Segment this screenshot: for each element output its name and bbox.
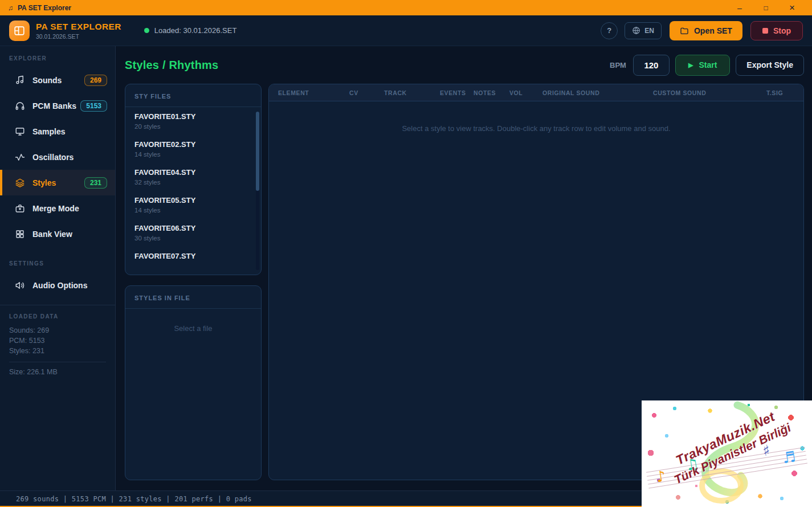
sounds-count-badge: 269 [84, 75, 107, 86]
column-header-cv: CV [349, 89, 384, 96]
column-header-events: EVENTS [440, 89, 474, 96]
stat-sounds: Sounds: 269 [9, 325, 106, 336]
sidebar-item-bank-view[interactable]: Bank View [0, 221, 115, 247]
app-title: PA SET EXPLORER [36, 22, 121, 32]
bpm-label: BPM [610, 61, 626, 69]
list-item[interactable]: FAVORITE05.STY 14 styles [125, 191, 261, 219]
page-title: Styles / Rhythms [125, 59, 218, 72]
file-name: FAVORITE02.STY [134, 140, 247, 149]
sidebar-item-pcm-banks[interactable]: PCM Banks 5153 [0, 93, 115, 118]
titlebar: ♫ PA SET Explorer – □ × [0, 0, 812, 15]
music-note-icon [15, 75, 25, 85]
open-set-button[interactable]: Open SET [670, 21, 742, 40]
sidebar: EXPLORER Sounds 269 PCM Banks 5153 Sampl… [0, 46, 116, 490]
stop-label: Stop [773, 26, 791, 35]
waveform-icon [15, 152, 25, 162]
list-item[interactable]: FAVORITE02.STY 14 styles [125, 135, 261, 163]
window-title: PA SET Explorer [18, 4, 727, 12]
app-logo [9, 21, 30, 41]
stat-styles: Styles: 231 [9, 346, 106, 356]
loaded-status: Loaded: 30.01.2026.SET [144, 26, 237, 35]
sidebar-item-label: PCM Banks [32, 101, 80, 111]
select-file-placeholder: Select a file [125, 309, 261, 333]
sidebar-item-styles[interactable]: Styles 231 [0, 170, 115, 195]
sidebar-item-label: Merge Mode [32, 204, 107, 213]
file-name: FAVORITE04.STY [134, 168, 247, 177]
layout-panel-icon [13, 24, 26, 37]
list-item[interactable]: FAVORITE07.STY [125, 247, 261, 268]
stat-pcm: PCM: 5153 [9, 336, 106, 346]
sidebar-item-merge-mode[interactable]: Merge Mode [0, 195, 115, 221]
loaded-data-label: LOADED DATA [9, 313, 106, 325]
column-header-element: ELEMENT [278, 89, 349, 96]
start-label: Start [699, 60, 717, 69]
list-item[interactable]: FAVORITE06.STY 30 styles [125, 219, 261, 247]
list-item[interactable]: FAVORITE01.STY 20 styles [125, 107, 261, 135]
column-header-track: TRACK [384, 89, 440, 96]
titlebar-music-icon: ♫ [8, 4, 13, 12]
scrollbar-thumb[interactable] [256, 112, 259, 191]
column-header-notes: NOTES [474, 89, 509, 96]
styles-in-file-panel: STYLES IN FILE Select a file [125, 285, 262, 480]
file-count: 20 styles [134, 123, 247, 130]
help-button[interactable]: ? [601, 22, 618, 39]
grid-icon [15, 229, 25, 239]
file-name: FAVORITE07.STY [134, 252, 247, 260]
file-count: 32 styles [134, 179, 247, 186]
pcm-count-badge: 5153 [80, 100, 107, 112]
sidebar-item-sounds[interactable]: Sounds 269 [0, 67, 115, 93]
language-button[interactable]: EN [625, 22, 662, 39]
app-subtitle: 30.01.2026.SET [36, 33, 121, 40]
loaded-status-text: Loaded: 30.01.2026.SET [154, 26, 237, 35]
sidebar-item-label: Styles [32, 178, 84, 187]
sidebar-item-oscillators[interactable]: Oscillators [0, 144, 115, 170]
stop-button[interactable]: Stop [750, 21, 803, 40]
styles-count-badge: 231 [84, 177, 107, 189]
export-style-button[interactable]: Export Style [736, 55, 804, 76]
list-item[interactable]: FAVORITE04.STY 32 styles [125, 163, 261, 191]
settings-section-label: SETTINGS [0, 257, 115, 272]
watermark-note-icon: ♬ [781, 448, 797, 467]
language-label: EN [644, 27, 654, 35]
start-button[interactable]: ▶ Start [675, 55, 730, 76]
status-dot [144, 28, 149, 33]
bpm-input[interactable] [633, 55, 670, 76]
loaded-data-section: LOADED DATA Sounds: 269 PCM: 5153 Styles… [0, 305, 115, 376]
sidebar-item-audio-options[interactable]: Audio Options [0, 272, 115, 298]
file-count: 30 styles [134, 235, 247, 242]
speaker-icon [15, 280, 25, 291]
column-header-original-sound: ORIGINAL SOUND [542, 89, 653, 96]
layers-icon [15, 178, 25, 188]
monitor-icon [15, 126, 25, 137]
table-header-row: ELEMENT CV TRACK EVENTS NOTES VOL ORIGIN… [269, 84, 803, 101]
scrollbar-track[interactable] [256, 112, 259, 270]
sty-files-panel: STY FILES FAVORITE01.STY 20 styles FAVOR… [125, 84, 262, 275]
maximize-button[interactable]: □ [753, 0, 779, 15]
file-count: 14 styles [134, 151, 247, 158]
status-bar-text: 269 sounds | 5153 PCM | 231 styles | 201… [16, 495, 252, 503]
sidebar-item-label: Audio Options [32, 281, 107, 290]
empty-table-message: Select a style to view tracks. Double-cl… [269, 101, 803, 133]
styles-in-file-header: STYLES IN FILE [125, 286, 261, 309]
sidebar-item-label: Bank View [32, 230, 107, 239]
app-header: PA SET EXPLORER 30.01.2026.SET Loaded: 3… [0, 15, 812, 46]
open-set-label: Open SET [694, 26, 732, 35]
sidebar-item-label: Sounds [32, 76, 84, 85]
file-count: 14 styles [134, 207, 247, 214]
sty-files-header: STY FILES [125, 84, 261, 107]
export-style-label: Export Style [746, 60, 793, 69]
minimize-button[interactable]: – [727, 0, 753, 15]
column-header-vol: VOL [509, 89, 542, 96]
briefcase-icon [15, 203, 25, 214]
globe-icon [632, 26, 640, 35]
close-button[interactable]: × [779, 0, 805, 15]
explorer-section-label: EXPLORER [0, 52, 115, 67]
sidebar-item-samples[interactable]: Samples [0, 118, 115, 144]
column-header-custom-sound: CUSTOM SOUND [653, 89, 766, 96]
sidebar-item-label: Samples [32, 127, 107, 136]
sty-file-list: FAVORITE01.STY 20 styles FAVORITE02.STY … [125, 107, 261, 273]
sidebar-item-label: Oscillators [32, 153, 107, 162]
headphones-icon [15, 101, 25, 111]
file-name: FAVORITE01.STY [134, 112, 247, 121]
column-header-tsig: T.SIG [766, 89, 803, 96]
